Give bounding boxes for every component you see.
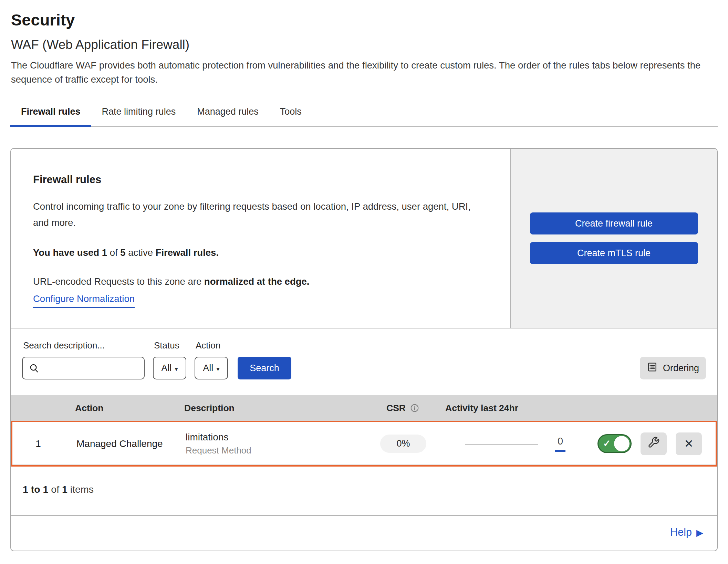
configure-normalization-link[interactable]: Configure Normalization: [33, 293, 135, 308]
delete-rule-button[interactable]: ✕: [676, 432, 702, 455]
tab-firewall-rules[interactable]: Firewall rules: [10, 102, 91, 126]
firewall-rules-card: Firewall rules Control incoming traffic …: [10, 148, 718, 551]
items-count-segment: 1 to 1: [23, 484, 48, 495]
help-footer: Help ▶: [11, 516, 717, 551]
create-mtls-rule-button[interactable]: Create mTLS rule: [530, 242, 698, 264]
page-subtitle: WAF (Web Application Firewall): [11, 38, 718, 52]
overview-description: Control incoming traffic to your zone by…: [33, 198, 484, 231]
toggle-knob: [614, 436, 630, 451]
activity-count-wrap: 0: [555, 436, 565, 452]
rule-enabled-toggle[interactable]: ✓: [597, 434, 632, 453]
status-select[interactable]: All ▾: [153, 357, 186, 379]
tab-tools[interactable]: Tools: [269, 102, 312, 126]
rule-action: Managed Challenge: [64, 438, 178, 449]
wrench-icon: [647, 436, 660, 451]
header-cell-csr: CSR: [369, 403, 435, 414]
create-firewall-rule-button[interactable]: Create firewall rule: [530, 212, 698, 234]
csr-header-label: CSR: [386, 403, 406, 414]
rule-description-sub: Request Method: [186, 445, 371, 456]
action-filter-group: Action All ▾: [195, 340, 228, 379]
header-cell-description: Description: [176, 403, 369, 414]
page-title: Security: [11, 10, 718, 29]
activity-sparkline: [465, 444, 538, 445]
search-filter-label: Search description...: [22, 340, 145, 351]
rule-description-cell: limitations Request Method: [178, 432, 371, 456]
table-row-highlighted[interactable]: 1 Managed Challenge limitations Request …: [11, 421, 717, 467]
close-icon: ✕: [684, 437, 694, 450]
header-cell-activity: Activity last 24hr: [435, 403, 579, 414]
ordered-list-icon: [647, 362, 658, 375]
chevron-down-icon: ▾: [216, 364, 220, 373]
firewall-rules-overview: Firewall rules Control incoming traffic …: [11, 149, 717, 328]
search-icon: [29, 363, 39, 373]
rule-order: 1: [12, 438, 64, 449]
help-arrow-icon: ▶: [696, 526, 703, 538]
items-count: 1 to 1 of 1 items: [11, 467, 717, 515]
rule-csr-cell: 0%: [371, 435, 436, 453]
chevron-down-icon: ▾: [175, 364, 178, 373]
activity-count-underline: [555, 450, 565, 452]
ordering-button[interactable]: Ordering: [640, 357, 706, 379]
items-count-segment: items: [67, 484, 94, 495]
search-input[interactable]: [43, 363, 139, 374]
info-icon[interactable]: [410, 404, 419, 412]
page-description: The Cloudflare WAF provides both automat…: [11, 58, 715, 86]
csr-badge: 0%: [380, 435, 426, 453]
status-filter-group: Status All ▾: [153, 340, 186, 379]
usage-segment: of: [110, 247, 121, 258]
edit-rule-button[interactable]: [641, 432, 667, 455]
rules-table-header: Action Description CSR Activity last 24h…: [11, 395, 717, 421]
usage-segment: Firewall rules.: [156, 247, 219, 258]
rule-description[interactable]: limitations: [186, 432, 371, 443]
normalization-note: URL-encoded Requests to this zone are no…: [33, 276, 488, 287]
status-select-value: All: [161, 363, 171, 374]
tab-managed-rules[interactable]: Managed rules: [186, 102, 269, 126]
usage-segment: active: [128, 247, 155, 258]
items-count-segment: 1: [62, 484, 67, 495]
overview-heading: Firewall rules: [33, 174, 488, 186]
status-filter-label: Status: [153, 340, 186, 351]
search-filter-group: Search description...: [22, 340, 145, 379]
action-filter-label: Action: [195, 340, 228, 351]
activity-count[interactable]: 0: [558, 436, 563, 447]
usage-segment: 5: [120, 247, 128, 258]
usage-segment: You have used 1: [33, 247, 110, 258]
items-count-segment: of: [48, 484, 62, 495]
help-link-label: Help: [670, 526, 692, 538]
filter-bar: Search description... Status All ▾ Actio…: [11, 328, 717, 395]
rules-tab-bar: Firewall rules Rate limiting rules Manag…: [10, 102, 718, 127]
normalization-segment: URL-encoded Requests to this zone are: [33, 276, 204, 287]
search-input-box: [22, 357, 145, 379]
rule-controls: ✓ ✕: [581, 432, 716, 455]
usage-summary: You have used 1 of 5 active Firewall rul…: [33, 247, 488, 258]
action-select[interactable]: All ▾: [195, 357, 228, 379]
help-link[interactable]: Help ▶: [670, 526, 703, 538]
ordering-button-label: Ordering: [663, 363, 699, 374]
header-cell-action: Action: [63, 403, 176, 414]
create-rule-panel: Create firewall rule Create mTLS rule: [510, 149, 717, 328]
tab-rate-limiting-rules[interactable]: Rate limiting rules: [91, 102, 187, 126]
action-select-value: All: [203, 363, 213, 374]
rule-activity-cell: 0: [436, 436, 581, 452]
normalization-segment: normalized at the edge.: [204, 276, 310, 287]
search-button[interactable]: Search: [238, 357, 291, 379]
security-waf-page: Security WAF (Web Application Firewall) …: [0, 0, 728, 562]
check-icon: ✓: [603, 439, 611, 448]
overview-text-column: Firewall rules Control incoming traffic …: [11, 149, 510, 328]
